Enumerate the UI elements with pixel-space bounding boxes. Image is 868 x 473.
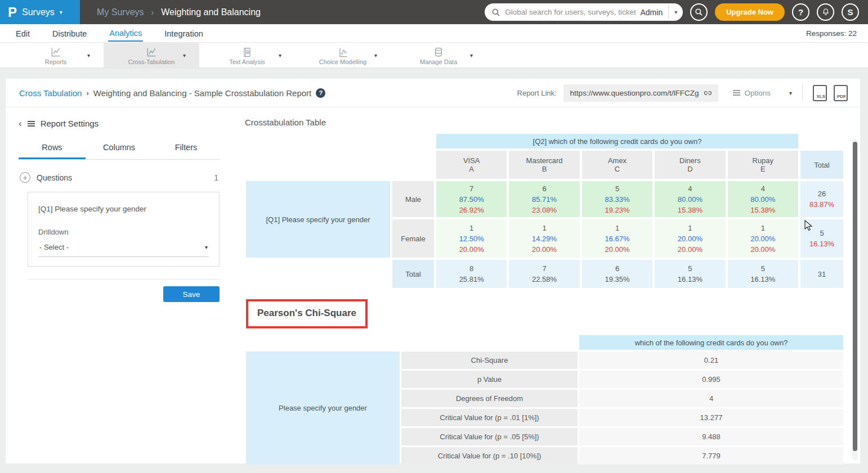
chi-metric-value: 0.21 [579, 352, 843, 369]
save-button[interactable]: Save [163, 286, 220, 302]
export-xls-button[interactable]: XLS [813, 85, 827, 101]
chevron-down-icon[interactable]: ▾ [279, 52, 281, 58]
link-icon[interactable] [703, 88, 713, 98]
column-header-mastercard: MastercardB [509, 151, 579, 179]
cell-female-visa: 112.50%20.00% [436, 219, 507, 258]
column-header-total: Total [800, 151, 843, 179]
questionpro-logo-icon: P [8, 6, 17, 19]
chi-metric-label: Critical Value for (p = .05 [5%]) [401, 428, 578, 445]
toolbar-text-analysis[interactable]: Text Analysis ▾ [199, 43, 295, 67]
add-question-button[interactable]: + [20, 172, 30, 183]
column-header-diners: DinersD [655, 151, 725, 179]
chi-square-table: which of the following credit cards do y… [246, 335, 843, 465]
toolbar-label: Text Analysis [229, 58, 265, 65]
upgrade-now-button[interactable]: Upgrade Now [715, 3, 785, 21]
help-button[interactable]: ? [792, 3, 809, 21]
cell-male-diners: 480.00%15.38% [655, 181, 725, 217]
product-switcher[interactable]: P Surveys ▾ [0, 0, 80, 24]
toolbar-label: Reports [45, 58, 67, 65]
chi-metric-value: 4 [579, 390, 843, 407]
chevron-down-icon[interactable]: ▾ [470, 52, 473, 58]
column-header-rupay: RupayE [728, 151, 798, 179]
column-group-header: [Q2] which of the following credit cards… [436, 134, 798, 148]
questions-count: 1 [214, 173, 218, 182]
nav-edit[interactable]: Edit [15, 26, 31, 41]
toolbar-reports[interactable]: Reports ▾ [8, 43, 104, 67]
cell-grand-total: 31 [800, 260, 843, 288]
topbar-breadcrumb: My Surveys › Weighting and Balancing [97, 0, 261, 24]
global-search[interactable]: Admin ▾ [485, 3, 683, 21]
nav-distribute[interactable]: Distribute [51, 26, 88, 41]
cell-female-amex: 116.67%20.00% [582, 219, 652, 258]
list-icon [733, 92, 740, 93]
chi-square-heading: Pearson's Chi-Square [257, 308, 356, 319]
report-header-actions: Report Link: https://www.questionpro.com… [517, 84, 848, 102]
nav-integration[interactable]: Integration [163, 26, 204, 41]
breadcrumb-my-surveys[interactable]: My Surveys [97, 7, 144, 17]
report-link-field[interactable]: https://www.questionpro.com/t/lFFCZg [563, 84, 719, 102]
chevron-down-icon[interactable]: ▾ [374, 52, 377, 58]
tab-columns[interactable]: Columns [86, 138, 153, 159]
analytics-toolbar: Reports ▾ Cross-Tabulation ▾ Text Analys… [0, 43, 868, 68]
chi-column-header: which of the following credit cards do y… [579, 335, 843, 350]
cell-total-diners: 516.13% [655, 260, 725, 288]
search-submit-button[interactable] [690, 3, 708, 21]
toolbar-label: Manage Data [420, 58, 457, 65]
report-settings-panel: ‹ Report Settings Rows Columns Filters +… [19, 107, 220, 302]
search-input[interactable] [505, 8, 636, 16]
toolbar-cross-tabulation[interactable]: Cross-Tabulation ▾ [104, 43, 199, 67]
toolbar-manage-data[interactable]: Manage Data ▾ [391, 43, 486, 67]
chi-row-header: Please specify your gender [246, 352, 400, 465]
chevron-down-icon[interactable]: ▾ [183, 52, 186, 58]
chevron-down-icon[interactable]: ▾ [789, 90, 792, 96]
drilldown-select[interactable]: - Select - ▾ [38, 236, 209, 257]
crosstab-table: [Q2] which of the following credit cards… [246, 134, 843, 288]
xls-icon: XLS [816, 94, 825, 99]
line-chart-icon [50, 47, 62, 58]
question-card: [Q1] Please specify your gender Drilldow… [28, 192, 220, 267]
vertical-scrollbar[interactable] [852, 138, 858, 460]
chi-metric-value: 13.277 [579, 409, 843, 426]
toolbar-label: Cross-Tabulation [128, 58, 175, 65]
chevron-down-icon[interactable]: ▾ [674, 9, 677, 15]
annotation-highlight-box: Pearson's Chi-Square [246, 299, 368, 328]
toolbar-label: Choice Modelling [319, 58, 366, 65]
help-icon[interactable]: ? [316, 88, 325, 98]
options-label: Options [744, 89, 771, 97]
export-pdf-button[interactable]: PDF [834, 85, 848, 101]
avatar[interactable]: S [842, 3, 859, 21]
breadcrumb-cross-tabulation-link[interactable]: Cross Tabulation [19, 88, 82, 98]
nav-analytics[interactable]: Analytics [108, 25, 143, 42]
bell-icon [821, 8, 830, 17]
cell-female-diners: 120.00%20.00% [655, 219, 725, 258]
drilldown-value: - Select - [39, 243, 205, 251]
chi-metric-label: p Value [401, 371, 578, 388]
report-settings-title: Report Settings [41, 119, 99, 128]
row-group-header: [Q1] Please specify your gender [246, 181, 390, 258]
survey-nav: Edit Distribute Analytics Integration Re… [0, 24, 868, 43]
chevron-right-icon: › [151, 8, 154, 17]
responses-count: Responses: 22 [806, 29, 857, 38]
tab-filters[interactable]: Filters [153, 138, 220, 159]
scrollbar-thumb[interactable] [853, 142, 857, 451]
toolbar-choice-modelling[interactable]: Choice Modelling ▾ [295, 43, 391, 67]
topbar-actions: Admin ▾ Upgrade Now ? S [485, 0, 868, 24]
line-chart-icon [145, 47, 158, 58]
report-content: ‹ Report Settings Rows Columns Filters +… [6, 107, 860, 463]
cell-male-total: 2683.87% [800, 181, 843, 217]
chi-metric-label: Critical Value for (p = .10 [10%]) [401, 447, 578, 465]
report-link-url[interactable]: https://www.questionpro.com/t/lFFCZg [570, 89, 699, 97]
tab-rows[interactable]: Rows [19, 138, 86, 159]
options-button[interactable]: Options ▾ [733, 89, 792, 97]
database-icon [432, 47, 445, 58]
column-header-visa: VISAA [436, 151, 507, 179]
collapse-panel-icon[interactable]: ‹ [19, 119, 22, 128]
pdf-icon: PDF [836, 94, 846, 99]
questions-row: + Questions 1 [19, 172, 220, 183]
column-header-amex: AmexC [582, 151, 652, 179]
notifications-button[interactable] [817, 3, 834, 21]
chevron-down-icon[interactable]: ▾ [87, 52, 90, 58]
questions-label: Questions [37, 173, 72, 182]
chi-metric-label: Degrees of Freedom [401, 390, 578, 407]
report-header-row: Cross Tabulation › Weighting and Balanci… [6, 79, 860, 107]
